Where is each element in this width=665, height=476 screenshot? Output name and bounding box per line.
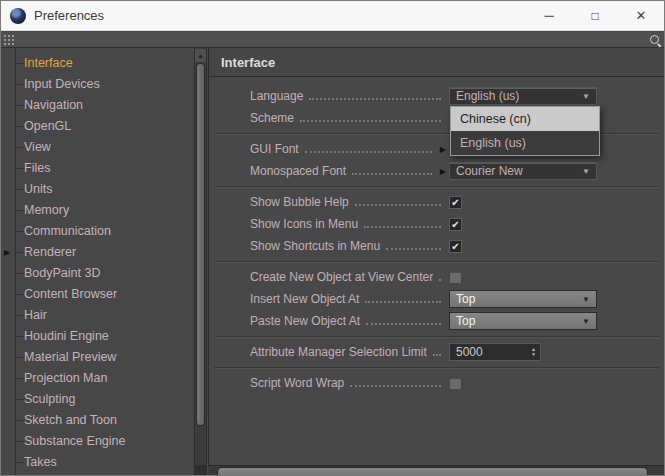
insert-new-object-label: Insert New Object At bbox=[250, 292, 359, 306]
row-show-icons-in-menu: Show Icons in Menu ✔ bbox=[209, 213, 664, 235]
toolbar bbox=[1, 32, 664, 48]
show-shortcuts-in-menu-checkbox[interactable]: ✔ bbox=[449, 240, 462, 253]
row-monospaced-font: Monospaced Font ▶ Courier New ▼ bbox=[209, 160, 664, 182]
sidebar-item-units[interactable]: Units bbox=[1, 179, 194, 200]
insert-new-object-select-value: Top bbox=[456, 292, 475, 306]
attribute-manager-limit-value: 5000 bbox=[456, 345, 483, 359]
row-paste-new-object: Paste New Object At Top ▼ bbox=[209, 310, 664, 332]
sidebar-item-view[interactable]: View bbox=[1, 137, 194, 158]
sidebar-item-memory[interactable]: Memory bbox=[1, 200, 194, 221]
window-title: Preferences bbox=[34, 8, 104, 23]
gui-font-label: GUI Font bbox=[250, 142, 299, 156]
row-show-bubble-help: Show Bubble Help ✔ bbox=[209, 191, 664, 213]
language-dropdown-menu: Chinese (cn) English (us) bbox=[450, 106, 600, 156]
show-icons-in-menu-label: Show Icons in Menu bbox=[250, 217, 358, 231]
sidebar-item-projection-man[interactable]: Projection Man bbox=[1, 368, 194, 389]
language-select[interactable]: English (us) ▼ bbox=[449, 87, 597, 105]
monospaced-font-label: Monospaced Font bbox=[250, 164, 346, 178]
dotted-leader bbox=[386, 248, 441, 250]
sidebar-item-bodypaint-3d[interactable]: BodyPaint 3D bbox=[1, 263, 194, 284]
show-icons-in-menu-checkbox[interactable]: ✔ bbox=[449, 218, 462, 231]
row-show-shortcuts-in-menu: Show Shortcuts in Menu ✔ bbox=[209, 235, 664, 257]
row-create-new-object: Create New Object at View Center bbox=[209, 266, 664, 288]
row-insert-new-object: Insert New Object At Top ▼ bbox=[209, 288, 664, 310]
show-shortcuts-in-menu-label: Show Shortcuts in Menu bbox=[250, 239, 380, 253]
submenu-arrow-icon[interactable]: ▶ bbox=[440, 145, 446, 154]
horizontal-scrollbar-thumb[interactable] bbox=[217, 467, 648, 476]
dotted-leader bbox=[305, 151, 432, 153]
minimize-button[interactable]: ─ bbox=[526, 1, 572, 30]
row-script-word-wrap: Script Word Wrap bbox=[209, 372, 664, 394]
dotted-leader bbox=[364, 226, 441, 228]
horizontal-scrollbar[interactable] bbox=[208, 465, 664, 475]
preferences-window: Preferences ─ □ ✕ Interface Input Device… bbox=[0, 0, 665, 476]
sidebar-item-sculpting[interactable]: Sculpting bbox=[1, 389, 194, 410]
language-label: Language bbox=[250, 89, 303, 103]
sidebar-item-material-preview[interactable]: Material Preview bbox=[1, 347, 194, 368]
sidebar-item-content-browser[interactable]: Content Browser bbox=[1, 284, 194, 305]
monospaced-font-select-value: Courier New bbox=[456, 164, 523, 178]
sidebar-item-navigation[interactable]: Navigation bbox=[1, 95, 194, 116]
search-icon[interactable] bbox=[649, 34, 661, 46]
sidebar-item-communication[interactable]: Communication bbox=[1, 221, 194, 242]
dotted-leader bbox=[300, 120, 441, 122]
sidebar-item-input-devices[interactable]: Input Devices bbox=[1, 74, 194, 95]
separator bbox=[214, 261, 659, 262]
dropdown-arrow-icon: ▼ bbox=[582, 317, 590, 326]
sidebar-item-substance-engine[interactable]: Substance Engine bbox=[1, 431, 194, 452]
scheme-label: Scheme bbox=[250, 111, 294, 125]
dropdown-arrow-icon: ▼ bbox=[582, 167, 590, 176]
row-attribute-manager-limit: Attribute Manager Selection Limit 5000 ▲… bbox=[209, 341, 664, 363]
titlebar: Preferences ─ □ ✕ bbox=[1, 1, 664, 31]
sidebar-item-label: Renderer bbox=[24, 245, 76, 259]
scrollbar-thumb[interactable] bbox=[196, 63, 205, 426]
attribute-manager-limit-input[interactable]: 5000 ▲ ▼ bbox=[449, 343, 541, 361]
create-new-object-checkbox[interactable] bbox=[449, 271, 462, 284]
show-bubble-help-label: Show Bubble Help bbox=[250, 195, 349, 209]
panel-title: Interface bbox=[209, 48, 664, 77]
sidebar-scrollbar[interactable]: ▲ bbox=[194, 48, 207, 475]
insert-new-object-select[interactable]: Top ▼ bbox=[449, 290, 597, 308]
dropdown-arrow-icon: ▼ bbox=[582, 92, 590, 101]
monospaced-font-select[interactable]: Courier New ▼ bbox=[449, 162, 597, 180]
dotted-leader bbox=[309, 98, 441, 100]
menu-item-chinese-cn[interactable]: Chinese (cn) bbox=[451, 107, 599, 131]
dotted-leader bbox=[350, 385, 441, 387]
close-button[interactable]: ✕ bbox=[618, 1, 664, 30]
grip-handle-icon[interactable] bbox=[3, 34, 16, 46]
paste-new-object-select[interactable]: Top ▼ bbox=[449, 312, 597, 330]
sidebar-item-takes[interactable]: Takes bbox=[1, 452, 194, 473]
submenu-arrow-icon[interactable]: ▶ bbox=[440, 167, 446, 176]
sidebar-item-renderer[interactable]: ▶Renderer bbox=[1, 242, 194, 263]
script-word-wrap-label: Script Word Wrap bbox=[250, 376, 344, 390]
expand-arrow-icon[interactable]: ▶ bbox=[4, 248, 10, 257]
dotted-leader bbox=[433, 354, 441, 356]
scrollbar-bottom-button[interactable] bbox=[195, 465, 206, 475]
dotted-leader bbox=[352, 173, 432, 175]
sidebar: Interface Input Devices Navigation OpenG… bbox=[1, 48, 194, 475]
paste-new-object-label: Paste New Object At bbox=[250, 314, 360, 328]
menu-item-english-us[interactable]: English (us) bbox=[451, 131, 599, 155]
dotted-leader bbox=[365, 301, 441, 303]
spinner-icon[interactable]: ▲ ▼ bbox=[531, 347, 536, 357]
sidebar-item-hair[interactable]: Hair bbox=[1, 305, 194, 326]
attribute-manager-limit-label: Attribute Manager Selection Limit bbox=[250, 345, 427, 359]
script-word-wrap-checkbox[interactable] bbox=[449, 377, 462, 390]
spin-down-icon[interactable]: ▼ bbox=[531, 352, 536, 357]
sidebar-item-files[interactable]: Files bbox=[1, 158, 194, 179]
scroll-up-icon[interactable]: ▲ bbox=[195, 49, 206, 62]
sidebar-item-opengl[interactable]: OpenGL bbox=[1, 116, 194, 137]
row-language: Language English (us) ▼ bbox=[209, 85, 664, 107]
app-icon bbox=[10, 8, 26, 24]
maximize-button[interactable]: □ bbox=[572, 1, 618, 30]
sidebar-item-houdini-engine[interactable]: Houdini Engine bbox=[1, 326, 194, 347]
dropdown-arrow-icon: ▼ bbox=[582, 295, 590, 304]
sidebar-item-interface[interactable]: Interface bbox=[1, 53, 194, 74]
dotted-leader bbox=[355, 204, 441, 206]
sidebar-item-sketch-and-toon[interactable]: Sketch and Toon bbox=[1, 410, 194, 431]
create-new-object-label: Create New Object at View Center bbox=[250, 270, 433, 284]
dotted-leader bbox=[366, 323, 441, 325]
show-bubble-help-checkbox[interactable]: ✔ bbox=[449, 196, 462, 209]
checkmark-icon: ✔ bbox=[451, 219, 459, 230]
separator bbox=[214, 186, 659, 187]
